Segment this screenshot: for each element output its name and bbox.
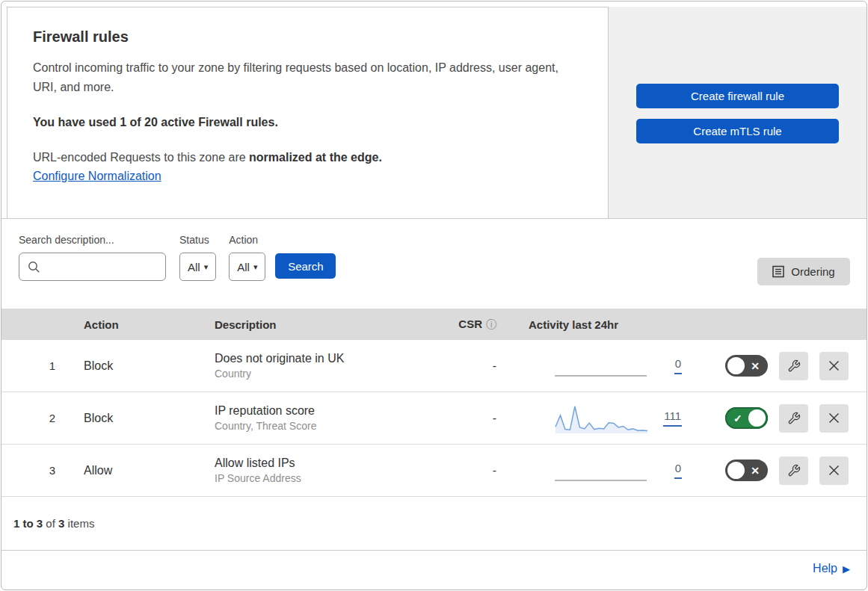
info-icon[interactable]: ⓘ [486, 318, 496, 330]
arrow-right-icon: ▶ [843, 563, 850, 575]
search-button[interactable]: Search [275, 253, 336, 279]
help-label: Help [813, 562, 837, 575]
create-mtls-rule-button[interactable]: Create mTLS rule [636, 119, 839, 143]
activity-sparkline [555, 350, 648, 382]
rule-criteria: IP Source Address [215, 472, 439, 484]
rule-activity-cell: 0 [502, 350, 686, 382]
rule-controls: ✕ [686, 352, 867, 380]
rule-priority: 2 [1, 412, 69, 424]
status-selected-value: All [188, 261, 200, 273]
rule-csr: - [439, 359, 502, 373]
search-input[interactable] [19, 253, 166, 281]
header-section: Firewall rules Control incoming traffic … [1, 1, 867, 219]
status-label: Status [179, 234, 216, 246]
rule-priority: 1 [1, 359, 69, 372]
total-count: 3 [58, 517, 64, 530]
delete-rule-button[interactable] [819, 457, 849, 485]
delete-rule-button[interactable] [819, 404, 849, 433]
delete-rule-button[interactable] [819, 352, 849, 380]
rule-description: Allow listed IPs [215, 457, 439, 470]
help-bar: Help▶ [1, 551, 867, 587]
normalization-text: URL-encoded Requests to this zone are [33, 151, 249, 164]
chevron-down-icon: ▾ [204, 262, 209, 272]
activity-sparkline [555, 403, 648, 434]
action-column-header: Action [69, 318, 200, 331]
toggle-knob [748, 409, 766, 427]
close-icon [828, 359, 840, 372]
rule-priority: 3 [1, 464, 69, 477]
edit-rule-button[interactable] [779, 457, 808, 485]
action-label: Action [229, 234, 265, 246]
wrench-icon [787, 359, 801, 373]
chevron-down-icon: ▾ [253, 262, 258, 272]
rule-activity-cell: 0 [502, 455, 686, 486]
wrench-icon [787, 464, 801, 477]
toggle-knob [727, 357, 745, 374]
rule-description: IP reputation score [215, 404, 439, 418]
range-text: 1 to 3 [13, 517, 43, 530]
action-filter-group: Action All▾ [229, 234, 265, 281]
table-row: 2 Block IP reputation score Country, Thr… [1, 392, 867, 445]
edit-rule-button[interactable] [779, 404, 808, 433]
wrench-icon [787, 412, 801, 425]
csr-column-header: CSRⓘ [439, 318, 502, 332]
pagination-summary: 1 to 3 of 3 items [1, 497, 867, 551]
of-text: of [43, 517, 58, 530]
activity-count-link[interactable]: 111 [663, 409, 682, 427]
status-filter-group: Status All▾ [179, 234, 216, 281]
rule-description-cell: IP reputation score Country, Threat Scor… [200, 404, 439, 432]
help-link[interactable]: Help▶ [813, 562, 850, 575]
ordering-button-label: Ordering [791, 265, 834, 278]
table-row: 3 Allow Allow listed IPs IP Source Addre… [1, 445, 867, 497]
enable-toggle[interactable]: ✓ [725, 407, 768, 429]
ordering-list-icon [772, 265, 784, 278]
close-icon [828, 464, 840, 477]
csr-header-label: CSR [458, 318, 482, 330]
activity-column-header: Activity last 24hr [502, 318, 686, 331]
rule-description: Does not originate in UK [215, 352, 439, 365]
search-input-wrapper [19, 253, 166, 281]
table-row: 1 Block Does not originate in UK Country… [1, 340, 867, 392]
enable-toggle[interactable]: ✕ [725, 460, 768, 481]
create-firewall-rule-button[interactable]: Create firewall rule [636, 84, 839, 108]
normalization-note: URL-encoded Requests to this zone are no… [33, 151, 581, 164]
rule-action: Allow [69, 464, 200, 477]
rule-csr: - [439, 412, 502, 425]
rule-activity-cell: 111 [502, 403, 686, 434]
activity-count-link[interactable]: 0 [674, 357, 682, 374]
rule-description-cell: Does not originate in UK Country [200, 352, 439, 380]
action-select[interactable]: All▾ [229, 253, 265, 281]
toggle-knob [727, 462, 745, 479]
search-label: Search description... [19, 234, 166, 246]
search-icon [28, 261, 40, 273]
page-title: Firewall rules [33, 28, 581, 46]
configure-normalization-link[interactable]: Configure Normalization [33, 170, 161, 183]
close-icon [828, 412, 840, 424]
toggle-state-icon: ✕ [751, 359, 760, 371]
activity-count-link[interactable]: 0 [674, 462, 682, 479]
filter-bar: Search description... Status All▾ Action… [1, 219, 867, 309]
toggle-state-icon: ✓ [733, 412, 742, 424]
rule-controls: ✓ [686, 404, 867, 433]
toggle-state-icon: ✕ [751, 464, 760, 476]
edit-rule-button[interactable] [779, 352, 808, 380]
items-text: items [64, 517, 94, 530]
rule-description-cell: Allow listed IPs IP Source Address [200, 457, 439, 484]
usage-summary: You have used 1 of 20 active Firewall ru… [33, 116, 581, 129]
table-header-row: Action Description CSRⓘ Activity last 24… [1, 309, 867, 340]
actions-panel: Create firewall rule Create mTLS rule [609, 7, 867, 218]
rule-criteria: Country [215, 368, 439, 380]
firewall-rules-page: Firewall rules Control incoming traffic … [1, 1, 867, 590]
rule-controls: ✕ [686, 457, 867, 485]
activity-sparkline [555, 455, 648, 486]
rule-criteria: Country, Threat Score [215, 420, 439, 432]
rule-action: Block [69, 359, 200, 373]
search-group: Search description... [19, 234, 166, 281]
rule-csr: - [439, 464, 502, 477]
status-select[interactable]: All▾ [179, 253, 216, 281]
rules-table: Action Description CSRⓘ Activity last 24… [1, 309, 867, 497]
page-description: Control incoming traffic to your zone by… [33, 58, 565, 97]
ordering-button[interactable]: Ordering [757, 258, 850, 285]
rule-action: Block [69, 412, 200, 425]
enable-toggle[interactable]: ✕ [725, 355, 768, 377]
